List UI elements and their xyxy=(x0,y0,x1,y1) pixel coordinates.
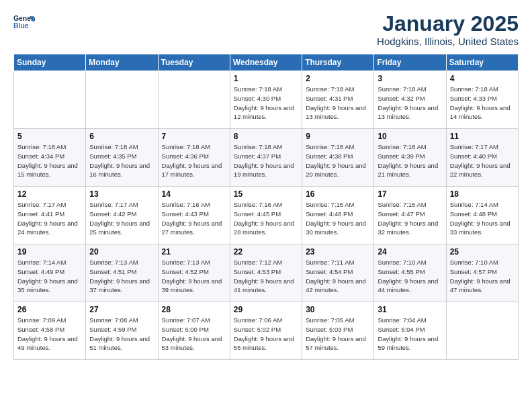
day-cell: 16Sunrise: 7:15 AM Sunset: 4:46 PM Dayli… xyxy=(302,187,374,244)
col-tuesday: Tuesday xyxy=(158,54,230,71)
day-cell: 8Sunrise: 7:18 AM Sunset: 4:37 PM Daylig… xyxy=(230,129,302,187)
header-row: Sunday Monday Tuesday Wednesday Thursday… xyxy=(14,54,519,71)
day-number: 9 xyxy=(306,132,370,141)
day-cell xyxy=(446,302,518,360)
day-detail: Sunrise: 7:18 AM Sunset: 4:31 PM Dayligh… xyxy=(306,85,370,122)
day-cell: 1Sunrise: 7:18 AM Sunset: 4:30 PM Daylig… xyxy=(230,71,302,129)
day-detail: Sunrise: 7:17 AM Sunset: 4:41 PM Dayligh… xyxy=(17,200,82,237)
day-cell: 24Sunrise: 7:10 AM Sunset: 4:55 PM Dayli… xyxy=(374,244,446,302)
day-number: 22 xyxy=(234,247,298,257)
day-detail: Sunrise: 7:11 AM Sunset: 4:54 PM Dayligh… xyxy=(306,258,370,295)
day-cell: 27Sunrise: 7:08 AM Sunset: 4:59 PM Dayli… xyxy=(86,302,158,360)
col-friday: Friday xyxy=(374,54,446,71)
col-sunday: Sunday xyxy=(14,54,86,71)
svg-text:Blue: Blue xyxy=(13,22,29,30)
day-number: 25 xyxy=(450,247,515,257)
day-number: 23 xyxy=(306,247,370,257)
day-detail: Sunrise: 7:18 AM Sunset: 4:33 PM Dayligh… xyxy=(450,85,515,122)
calendar-page: General Blue January 2025 Hodgkins, Illi… xyxy=(0,0,532,369)
col-saturday: Saturday xyxy=(446,54,518,71)
day-number: 3 xyxy=(378,74,442,83)
day-cell: 20Sunrise: 7:13 AM Sunset: 4:51 PM Dayli… xyxy=(86,244,158,302)
day-cell: 2Sunrise: 7:18 AM Sunset: 4:31 PM Daylig… xyxy=(302,71,374,129)
day-number: 30 xyxy=(306,305,370,314)
day-detail: Sunrise: 7:14 AM Sunset: 4:49 PM Dayligh… xyxy=(17,258,82,295)
day-number: 29 xyxy=(234,305,298,314)
day-detail: Sunrise: 7:14 AM Sunset: 4:48 PM Dayligh… xyxy=(450,200,515,237)
day-cell: 28Sunrise: 7:07 AM Sunset: 5:00 PM Dayli… xyxy=(158,302,230,360)
week-row-5: 26Sunrise: 7:09 AM Sunset: 4:58 PM Dayli… xyxy=(14,302,519,360)
day-detail: Sunrise: 7:15 AM Sunset: 4:47 PM Dayligh… xyxy=(378,200,442,237)
day-detail: Sunrise: 7:15 AM Sunset: 4:46 PM Dayligh… xyxy=(306,200,370,237)
week-row-1: 1Sunrise: 7:18 AM Sunset: 4:30 PM Daylig… xyxy=(14,71,519,129)
day-number: 1 xyxy=(234,74,298,83)
col-monday: Monday xyxy=(86,54,158,71)
day-detail: Sunrise: 7:07 AM Sunset: 5:00 PM Dayligh… xyxy=(162,316,226,353)
day-number: 8 xyxy=(234,132,298,141)
day-number: 24 xyxy=(378,247,442,257)
title-block: January 2025 Hodgkins, Illinois, United … xyxy=(377,12,519,47)
day-cell: 30Sunrise: 7:05 AM Sunset: 5:03 PM Dayli… xyxy=(302,302,374,360)
day-number: 13 xyxy=(89,189,154,199)
day-cell: 17Sunrise: 7:15 AM Sunset: 4:47 PM Dayli… xyxy=(374,187,446,244)
day-detail: Sunrise: 7:13 AM Sunset: 4:52 PM Dayligh… xyxy=(162,258,226,295)
day-cell: 11Sunrise: 7:17 AM Sunset: 4:40 PM Dayli… xyxy=(446,129,518,187)
day-detail: Sunrise: 7:18 AM Sunset: 4:30 PM Dayligh… xyxy=(234,85,298,122)
day-cell: 25Sunrise: 7:10 AM Sunset: 4:57 PM Dayli… xyxy=(446,244,518,302)
day-number: 18 xyxy=(450,189,515,199)
day-number: 7 xyxy=(162,132,226,141)
day-detail: Sunrise: 7:18 AM Sunset: 4:36 PM Dayligh… xyxy=(162,142,226,179)
day-number: 27 xyxy=(89,305,154,314)
day-number: 12 xyxy=(17,189,82,199)
day-cell: 3Sunrise: 7:18 AM Sunset: 4:32 PM Daylig… xyxy=(374,71,446,129)
day-detail: Sunrise: 7:09 AM Sunset: 4:58 PM Dayligh… xyxy=(17,316,82,353)
day-cell: 4Sunrise: 7:18 AM Sunset: 4:33 PM Daylig… xyxy=(446,71,518,129)
day-detail: Sunrise: 7:17 AM Sunset: 4:40 PM Dayligh… xyxy=(450,142,515,179)
day-detail: Sunrise: 7:18 AM Sunset: 4:37 PM Dayligh… xyxy=(234,142,298,179)
day-detail: Sunrise: 7:10 AM Sunset: 4:55 PM Dayligh… xyxy=(378,258,442,295)
day-detail: Sunrise: 7:18 AM Sunset: 4:39 PM Dayligh… xyxy=(378,142,442,179)
day-number: 15 xyxy=(234,189,298,199)
day-detail: Sunrise: 7:10 AM Sunset: 4:57 PM Dayligh… xyxy=(450,258,515,295)
header: General Blue January 2025 Hodgkins, Illi… xyxy=(13,12,519,47)
day-cell: 29Sunrise: 7:06 AM Sunset: 5:02 PM Dayli… xyxy=(230,302,302,360)
day-detail: Sunrise: 7:18 AM Sunset: 4:32 PM Dayligh… xyxy=(378,85,442,122)
col-wednesday: Wednesday xyxy=(230,54,302,71)
logo-icon: General Blue xyxy=(13,12,35,34)
day-number: 21 xyxy=(162,247,226,257)
calendar-table: Sunday Monday Tuesday Wednesday Thursday… xyxy=(13,54,519,360)
day-number: 11 xyxy=(450,132,515,141)
day-detail: Sunrise: 7:12 AM Sunset: 4:53 PM Dayligh… xyxy=(234,258,298,295)
day-detail: Sunrise: 7:08 AM Sunset: 4:59 PM Dayligh… xyxy=(89,316,154,353)
day-cell xyxy=(158,71,230,129)
day-cell xyxy=(14,71,86,129)
day-detail: Sunrise: 7:16 AM Sunset: 4:45 PM Dayligh… xyxy=(234,200,298,237)
day-cell: 22Sunrise: 7:12 AM Sunset: 4:53 PM Dayli… xyxy=(230,244,302,302)
day-cell: 5Sunrise: 7:18 AM Sunset: 4:34 PM Daylig… xyxy=(14,129,86,187)
day-cell xyxy=(86,71,158,129)
logo: General Blue xyxy=(13,12,38,34)
day-cell: 14Sunrise: 7:16 AM Sunset: 4:43 PM Dayli… xyxy=(158,187,230,244)
day-cell: 6Sunrise: 7:18 AM Sunset: 4:35 PM Daylig… xyxy=(86,129,158,187)
day-cell: 12Sunrise: 7:17 AM Sunset: 4:41 PM Dayli… xyxy=(14,187,86,244)
calendar-subtitle: Hodgkins, Illinois, United States xyxy=(377,36,519,47)
day-number: 28 xyxy=(162,305,226,314)
week-row-4: 19Sunrise: 7:14 AM Sunset: 4:49 PM Dayli… xyxy=(14,244,519,302)
day-number: 6 xyxy=(89,132,154,141)
day-number: 17 xyxy=(378,189,442,199)
day-detail: Sunrise: 7:04 AM Sunset: 5:04 PM Dayligh… xyxy=(378,316,442,353)
week-row-2: 5Sunrise: 7:18 AM Sunset: 4:34 PM Daylig… xyxy=(14,129,519,187)
day-detail: Sunrise: 7:18 AM Sunset: 4:34 PM Dayligh… xyxy=(17,142,82,179)
day-cell: 9Sunrise: 7:18 AM Sunset: 4:38 PM Daylig… xyxy=(302,129,374,187)
day-number: 20 xyxy=(89,247,154,257)
day-cell: 15Sunrise: 7:16 AM Sunset: 4:45 PM Dayli… xyxy=(230,187,302,244)
day-cell: 26Sunrise: 7:09 AM Sunset: 4:58 PM Dayli… xyxy=(14,302,86,360)
day-detail: Sunrise: 7:16 AM Sunset: 4:43 PM Dayligh… xyxy=(162,200,226,237)
day-number: 16 xyxy=(306,189,370,199)
day-cell: 10Sunrise: 7:18 AM Sunset: 4:39 PM Dayli… xyxy=(374,129,446,187)
week-row-3: 12Sunrise: 7:17 AM Sunset: 4:41 PM Dayli… xyxy=(14,187,519,244)
day-cell: 7Sunrise: 7:18 AM Sunset: 4:36 PM Daylig… xyxy=(158,129,230,187)
day-cell: 21Sunrise: 7:13 AM Sunset: 4:52 PM Dayli… xyxy=(158,244,230,302)
day-number: 14 xyxy=(162,189,226,199)
day-detail: Sunrise: 7:05 AM Sunset: 5:03 PM Dayligh… xyxy=(306,316,370,353)
